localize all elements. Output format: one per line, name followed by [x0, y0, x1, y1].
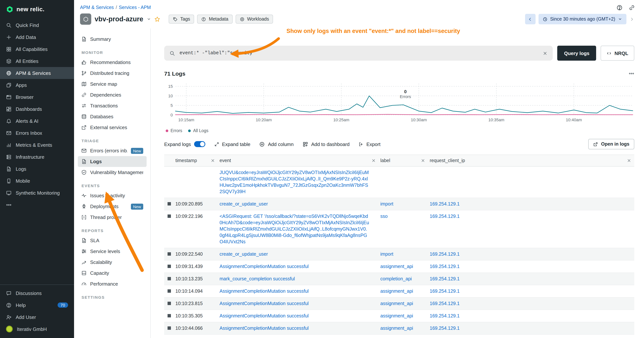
log-event-link[interactable]: JUQVU&code=eyJraWQiOiJjcGItY29yZV8wOTIxM… [220, 170, 369, 194]
log-label-link[interactable]: assignment_api [380, 288, 413, 294]
query-logs-button[interactable]: Query logs [557, 46, 596, 61]
global-nav-browser[interactable]: Browser [0, 91, 74, 103]
add-to-dashboard-button[interactable]: Add to dashboard [302, 141, 350, 147]
log-ip-link[interactable]: 169.254.129.1 [430, 313, 460, 318]
log-label-link[interactable]: import [380, 201, 393, 206]
entity-nav-transactions[interactable]: Transactions [78, 100, 146, 111]
breadcrumb-apm-services[interactable]: APM & Services [80, 5, 114, 10]
entity-nav-errors-inbox[interactable]: Errors (errors inb...New [78, 145, 146, 156]
global-nav-logs[interactable]: Logs [0, 163, 74, 175]
log-row[interactable]: 10:10:49.051mark_course_completion succe… [164, 335, 634, 338]
global-nav-help[interactable]: Help70 [0, 299, 74, 311]
remove-column-icon[interactable] [210, 158, 215, 163]
global-nav-apps[interactable]: Apps [0, 79, 74, 91]
entity-nav-databases[interactable]: Databases [78, 111, 146, 122]
more-menu-icon[interactable] [629, 71, 634, 76]
entity-nav-recommendations[interactable]: Recommendations [78, 57, 146, 68]
permalink-icon[interactable] [629, 5, 635, 11]
entity-switcher-caret-icon[interactable] [146, 17, 151, 21]
log-row[interactable]: 10:10:23.815AssignmentCompletionMutation… [164, 297, 634, 310]
column-header-event[interactable]: event [218, 155, 379, 166]
log-row[interactable]: 10:10:44.066AssignmentCompletionMutation… [164, 322, 634, 335]
log-row[interactable]: 10:09:22.196<ASGIRequest: GET '/sso/call… [164, 210, 634, 248]
log-event-link[interactable]: AssignmentCompletionMutation successful [220, 288, 309, 294]
nrql-button[interactable]: NRQL [600, 46, 634, 61]
global-nav-infrastructure[interactable]: Infrastructure [0, 151, 74, 163]
log-row[interactable]: 10:09:22.540create_or_update_userimport1… [164, 248, 634, 260]
log-row[interactable]: 10:10:35.305AssignmentCompletionMutation… [164, 310, 634, 322]
global-nav-more[interactable] [0, 199, 74, 211]
log-label-link[interactable]: assignment_api [380, 264, 413, 269]
column-header-label[interactable]: label [379, 155, 428, 166]
metadata-button[interactable]: Metadata [197, 15, 232, 24]
export-button[interactable]: Export [359, 141, 380, 147]
log-row[interactable]: 10:09:20.895create_or_update_userimport1… [164, 198, 634, 210]
column-header-timestamp[interactable]: timestamp [174, 155, 218, 166]
log-ip-link[interactable]: 169.254.129.1 [430, 325, 460, 331]
time-back-button[interactable] [525, 14, 536, 24]
log-row[interactable]: 10:10:14.094AssignmentCompletionMutation… [164, 285, 634, 297]
log-event-link[interactable]: create_or_update_user [220, 201, 268, 206]
global-nav-synthetic-monitoring[interactable]: Synthetic Monitoring [0, 187, 74, 199]
workloads-button[interactable]: Workloads [236, 15, 273, 24]
global-nav-apm-services[interactable]: APM & Services [0, 67, 74, 79]
entity-nav-scalability[interactable]: Scalability [78, 257, 146, 268]
open-in-logs-button[interactable]: Open in logs [588, 139, 634, 149]
remove-column-icon[interactable] [421, 158, 425, 163]
entity-nav-performance[interactable]: Performance [78, 278, 146, 289]
entity-nav-sla[interactable]: SLA [78, 235, 146, 246]
log-ip-link[interactable]: 169.254.129.1 [430, 214, 460, 219]
log-ip-link[interactable]: 169.254.129.1 [430, 201, 460, 206]
log-ip-link[interactable]: 169.254.129.1 [430, 264, 460, 269]
log-ip-link[interactable]: 169.254.129.1 [430, 288, 460, 294]
toggle-switch[interactable] [194, 141, 205, 147]
log-label-link[interactable]: assignment_api [380, 301, 413, 306]
new-relic-logo[interactable]: new relic. [0, 0, 74, 19]
entity-nav-thread-profiler[interactable]: Thread profiler [78, 212, 146, 223]
log-label-link[interactable]: assignment_api [380, 325, 413, 331]
expand-logs-toggle[interactable]: Expand logs [164, 141, 205, 147]
log-event-link[interactable]: <ASGIRequest: GET '/sso/callback/?state=… [220, 214, 369, 244]
remove-column-icon[interactable] [627, 158, 631, 163]
log-row[interactable]: 10:10:13.235mark_course_completion succe… [164, 273, 634, 285]
column-header-request-client-ip[interactable]: request_client_ip [428, 155, 634, 166]
breadcrumb-services-apm[interactable]: Services - APM [119, 5, 151, 10]
tags-button[interactable]: Tags [169, 15, 194, 24]
log-ip-link[interactable]: 169.254.129.1 [430, 276, 460, 281]
expand-table-button[interactable]: Expand table [214, 141, 250, 147]
global-nav-account[interactable]: Iterativ GmbH [0, 323, 74, 335]
time-forward-button[interactable] [630, 16, 634, 23]
add-column-button[interactable]: Add column [259, 141, 294, 147]
log-event-link[interactable]: AssignmentCompletionMutation successful [220, 325, 309, 331]
global-nav-metrics-events[interactable]: Metrics & Events [0, 139, 74, 151]
entity-nav-capacity[interactable]: Capacity [78, 268, 146, 278]
query-input[interactable] [179, 50, 539, 56]
favorite-star-icon[interactable] [154, 16, 160, 22]
time-picker[interactable]: Since 30 minutes ago (GMT+2) [538, 14, 626, 24]
log-label-link[interactable]: completion_api [380, 276, 412, 281]
entity-nav-issues-activity[interactable]: Issues & activity [78, 190, 146, 201]
entity-nav-dependencies[interactable]: Dependencies [78, 90, 146, 100]
entity-nav-external-services[interactable]: External services [78, 122, 146, 133]
clear-query-icon[interactable] [543, 51, 548, 56]
log-event-link[interactable]: create_or_update_user [220, 251, 268, 257]
log-event-link[interactable]: AssignmentCompletionMutation successful [220, 264, 309, 269]
log-event-link[interactable]: mark_course_completion successful [220, 276, 295, 281]
log-label-link[interactable]: sso [380, 214, 388, 219]
entity-nav-service-levels[interactable]: Service levels [78, 246, 146, 257]
log-label-link[interactable]: assignment_api [380, 313, 413, 318]
global-nav-dashboards[interactable]: Dashboards [0, 103, 74, 115]
log-row[interactable]: JUQVU&code=eyJraWQiOiJjcGItY29yZV8wOTIxM… [164, 167, 634, 198]
global-nav-errors-inbox[interactable]: Errors Inbox [0, 127, 74, 139]
entity-nav-vulnerability-management[interactable]: Vulnerability Management [78, 167, 146, 178]
help-circle-icon[interactable] [616, 5, 623, 11]
global-nav-alerts-ai[interactable]: Alerts & AI [0, 115, 74, 127]
global-nav-add-data[interactable]: Add Data [0, 31, 74, 43]
global-nav-mobile[interactable]: Mobile [0, 175, 74, 187]
entity-nav-deployments[interactable]: DeploymentsNew [78, 201, 146, 212]
global-nav-discussions[interactable]: Discussions [0, 287, 74, 299]
legend-errors[interactable]: Errors [166, 128, 182, 133]
log-ip-link[interactable]: 169.254.129.1 [430, 251, 460, 257]
log-label-link[interactable]: import [380, 251, 393, 257]
entity-nav-logs[interactable]: Logs [78, 156, 146, 167]
